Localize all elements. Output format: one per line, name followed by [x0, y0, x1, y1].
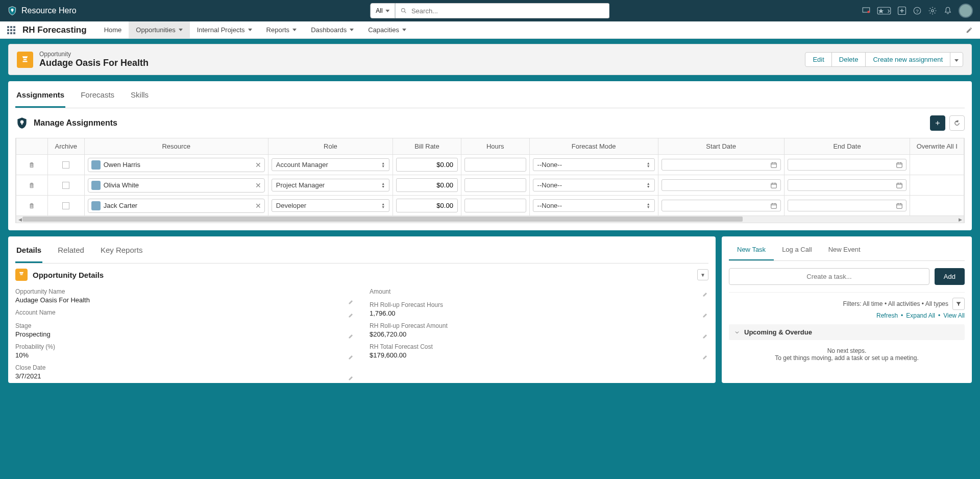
delete-row-icon[interactable]: [19, 161, 44, 169]
end-date-input[interactable]: [788, 200, 907, 211]
table-row: Olivia White✕ Project Manager▲▼ --None--…: [16, 175, 964, 196]
global-header: Resource Hero All ?: [0, 0, 980, 21]
archive-checkbox[interactable]: [62, 182, 69, 189]
updown-icon: ▲▼: [381, 203, 385, 209]
bill-rate-input[interactable]: [396, 158, 458, 172]
tab-assignments[interactable]: Assignments: [15, 83, 65, 108]
nav-item-dashboards[interactable]: Dashboards: [304, 21, 361, 38]
tab-details[interactable]: Details: [15, 238, 42, 263]
search-input[interactable]: [411, 7, 604, 15]
refresh-link[interactable]: Refresh: [876, 312, 898, 319]
scroll-right-arrow[interactable]: ▶: [957, 216, 964, 223]
clear-icon[interactable]: ✕: [255, 202, 261, 210]
nav-item-reports[interactable]: Reports: [259, 21, 304, 38]
delete-row-icon[interactable]: [19, 202, 44, 209]
flag-icon[interactable]: [862, 6, 871, 15]
hours-input[interactable]: [464, 199, 526, 212]
forecast-mode-select[interactable]: --None--▲▼: [533, 179, 655, 191]
edit-field-icon[interactable]: [702, 354, 708, 360]
role-select[interactable]: Developer▲▼: [272, 199, 389, 212]
resource-pill[interactable]: Owen Harris✕: [88, 158, 265, 172]
archive-checkbox[interactable]: [62, 161, 69, 169]
search-scope-selector[interactable]: All: [370, 3, 395, 18]
collapse-toggle[interactable]: ▼: [697, 269, 708, 280]
edit-field-icon[interactable]: [348, 333, 354, 339]
chevron-down-icon: [292, 29, 297, 31]
refresh-button[interactable]: [949, 115, 965, 131]
view-all-link[interactable]: View All: [943, 312, 965, 319]
empty-line1: No next steps.: [736, 347, 958, 354]
nav-item-opportunities[interactable]: Opportunities: [129, 21, 189, 38]
resource-pill[interactable]: Olivia White✕: [88, 178, 265, 193]
edit-field-icon[interactable]: [348, 299, 354, 305]
assignments-panel: Assignments Forecasts Skills Manage Assi…: [8, 81, 972, 230]
field-label: Amount: [370, 288, 708, 295]
nav-item-internal-projects[interactable]: Internal Projects: [190, 21, 259, 38]
detail-field: Account Name: [15, 307, 354, 320]
tab-forecasts[interactable]: Forecasts: [80, 83, 115, 108]
tab-skills[interactable]: Skills: [130, 83, 150, 108]
field-value: Prospecting: [15, 329, 354, 339]
svg-text:?: ?: [916, 8, 919, 14]
user-avatar[interactable]: [959, 4, 973, 18]
end-date-input[interactable]: [788, 159, 907, 171]
tab-log-call[interactable]: Log a Call: [774, 240, 820, 260]
hours-input[interactable]: [464, 158, 526, 172]
resource-pill[interactable]: Jack Carter✕: [88, 199, 265, 213]
resource-icon: [91, 181, 101, 190]
brand-logo[interactable]: Resource Hero: [7, 5, 77, 16]
forecast-mode-value: --None--: [537, 161, 562, 169]
edit-field-icon[interactable]: [702, 291, 708, 297]
expand-all-link[interactable]: Expand All: [906, 312, 935, 319]
upcoming-overdue-header[interactable]: Upcoming & Overdue: [729, 324, 965, 340]
edit-field-icon[interactable]: [348, 354, 354, 360]
edit-field-icon[interactable]: [348, 312, 354, 318]
settings-icon[interactable]: [928, 6, 937, 15]
delete-button[interactable]: Delete: [831, 52, 866, 67]
nav-item-capacities[interactable]: Capacities: [361, 21, 413, 38]
more-actions-button[interactable]: [950, 52, 963, 67]
tab-related[interactable]: Related: [57, 238, 85, 263]
clear-icon[interactable]: ✕: [255, 181, 261, 189]
notifications-icon[interactable]: [943, 6, 952, 15]
task-input[interactable]: [729, 268, 929, 285]
archive-checkbox[interactable]: [62, 202, 69, 209]
bill-rate-input[interactable]: [396, 178, 458, 192]
role-select[interactable]: Project Manager▲▼: [272, 179, 389, 191]
edit-field-icon[interactable]: [702, 333, 708, 339]
bill-rate-input[interactable]: [396, 199, 458, 212]
scrollbar-thumb[interactable]: [22, 217, 743, 222]
edit-field-icon[interactable]: [702, 312, 708, 318]
app-nav-bar: RH Forecasting Home Opportunities Intern…: [0, 21, 980, 39]
delete-row-icon[interactable]: [19, 182, 44, 189]
favorites-icon[interactable]: [877, 6, 891, 15]
forecast-mode-select[interactable]: --None--▲▼: [533, 199, 655, 212]
shield-icon: [15, 116, 29, 130]
add-row-button[interactable]: [930, 115, 945, 131]
add-task-button[interactable]: Add: [935, 268, 965, 285]
start-date-input[interactable]: [662, 200, 781, 211]
end-date-input[interactable]: [788, 179, 907, 191]
chevron-down-icon: [734, 329, 740, 336]
hours-input[interactable]: [464, 178, 526, 192]
edit-button[interactable]: Edit: [805, 52, 831, 67]
help-icon[interactable]: ?: [913, 6, 922, 15]
tab-key-reports[interactable]: Key Reports: [100, 238, 144, 263]
edit-nav-icon[interactable]: [966, 27, 973, 34]
create-assignment-button[interactable]: Create new assignment: [865, 52, 950, 67]
add-icon[interactable]: [897, 6, 906, 15]
clear-icon[interactable]: ✕: [255, 161, 261, 169]
forecast-mode-select[interactable]: --None--▲▼: [533, 158, 655, 171]
start-date-input[interactable]: [662, 159, 781, 171]
tab-new-task[interactable]: New Task: [729, 240, 774, 260]
tab-new-event[interactable]: New Event: [820, 240, 869, 260]
filter-button[interactable]: [952, 298, 965, 310]
horizontal-scrollbar[interactable]: ◀ ▶: [16, 216, 964, 223]
role-value: Account Manager: [276, 161, 328, 169]
start-date-input[interactable]: [662, 179, 781, 191]
app-launcher-icon[interactable]: [7, 26, 15, 34]
role-select[interactable]: Account Manager▲▼: [272, 158, 389, 171]
nav-item-home[interactable]: Home: [97, 21, 129, 38]
edit-field-icon[interactable]: [348, 375, 354, 381]
svg-point-5: [867, 11, 870, 13]
